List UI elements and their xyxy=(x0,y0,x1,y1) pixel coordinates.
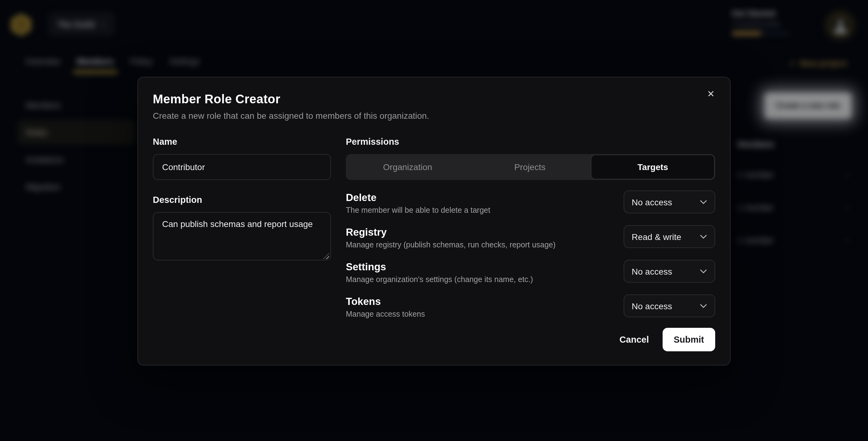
select-value: No access xyxy=(632,197,672,207)
cancel-button[interactable]: Cancel xyxy=(611,329,658,350)
tab-organization[interactable]: Organization xyxy=(346,155,469,179)
select-value: Read & write xyxy=(632,232,681,242)
dialog-subtitle: Create a new role that can be assigned t… xyxy=(153,111,715,121)
permission-title: Settings xyxy=(346,261,533,273)
permission-description: Manage access tokens xyxy=(346,310,425,318)
dialog-footer: Cancel Submit xyxy=(611,328,715,351)
permission-row-registry: Registry Manage registry (publish schema… xyxy=(346,226,715,249)
select-value: No access xyxy=(632,301,672,311)
permission-description: The member will be able to delete a targ… xyxy=(346,206,490,215)
delete-access-select[interactable]: No access xyxy=(624,190,715,213)
permission-title: Registry xyxy=(346,226,556,238)
select-value: No access xyxy=(632,266,672,276)
close-icon[interactable]: ✕ xyxy=(704,87,718,101)
chevron-down-icon xyxy=(700,269,707,274)
description-label: Description xyxy=(153,195,331,205)
app-root: The Guild ∨ Get Started 4 remaining task… xyxy=(0,0,868,441)
chevron-down-icon xyxy=(700,199,707,204)
description-field-wrap: Can publish schemas and report usage xyxy=(153,212,331,263)
permissions-label: Permissions xyxy=(346,137,715,147)
role-identity-column: Name Description Can publish schemas and… xyxy=(153,137,331,330)
chevron-down-icon xyxy=(700,234,707,239)
role-description-textarea[interactable]: Can publish schemas and report usage xyxy=(153,212,331,260)
permission-title: Delete xyxy=(346,192,490,203)
member-role-creator-dialog: ✕ Member Role Creator Create a new role … xyxy=(137,77,731,366)
submit-button[interactable]: Submit xyxy=(662,328,715,351)
role-name-input[interactable] xyxy=(153,154,331,180)
permissions-column: Permissions Organization Projects Target… xyxy=(346,137,715,330)
permission-rows: Delete The member will be able to delete… xyxy=(346,192,715,318)
name-label: Name xyxy=(153,137,331,147)
permission-description: Manage registry (publish schemas, run ch… xyxy=(346,241,556,249)
tokens-access-select[interactable]: No access xyxy=(624,294,715,317)
registry-access-select[interactable]: Read & write xyxy=(624,225,715,248)
permission-description: Manage organization's settings (change i… xyxy=(346,275,533,284)
dialog-title: Member Role Creator xyxy=(153,92,715,106)
settings-access-select[interactable]: No access xyxy=(624,260,715,283)
permission-title: Tokens xyxy=(346,296,425,307)
permission-row-tokens: Tokens Manage access tokens No access xyxy=(346,296,715,318)
chevron-down-icon xyxy=(700,304,707,308)
permission-row-delete: Delete The member will be able to delete… xyxy=(346,192,715,215)
tab-projects[interactable]: Projects xyxy=(469,155,591,179)
tab-targets[interactable]: Targets xyxy=(591,155,715,179)
permission-row-settings: Settings Manage organization's settings … xyxy=(346,261,715,284)
permissions-scope-tabs: Organization Projects Targets xyxy=(346,154,715,180)
